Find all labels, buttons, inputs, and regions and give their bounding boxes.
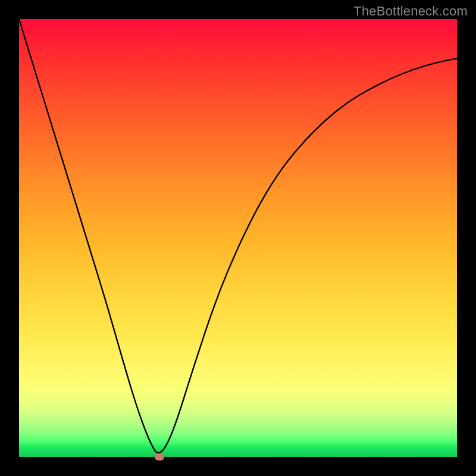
- plot-area: [19, 19, 457, 457]
- curve-layer: [19, 19, 457, 457]
- minimum-marker: [155, 453, 164, 461]
- bottleneck-curve: [19, 19, 457, 453]
- chart-frame: TheBottleneck.com: [0, 0, 476, 476]
- watermark-text: TheBottleneck.com: [353, 4, 468, 19]
